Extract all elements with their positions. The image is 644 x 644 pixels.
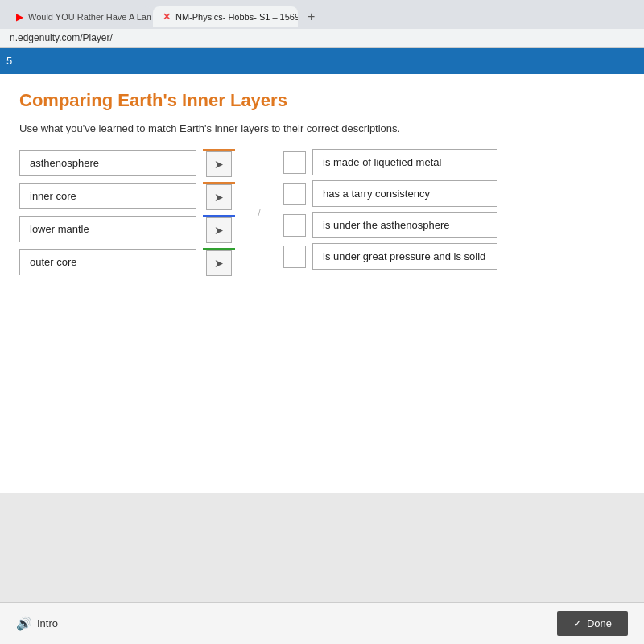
tab-youtube-label: Would YOU Rather Have A Lamb [28,12,151,22]
desc-liquefied-metal: is made of liquefied metal [312,149,497,175]
right-item-3: is under the asthenosphere [283,212,509,238]
blue-header-bar: 5 [0,48,644,74]
left-item-asthenosphere: asthenosphere ➤ [19,149,235,177]
answer-box-3[interactable] [283,214,306,237]
edgenuity-tab-icon: ✕ [163,11,171,23]
browser-chrome: ▶ Would YOU Rather Have A Lamb × ✕ NM-Ph… [0,0,644,48]
tab-bar: ▶ Would YOU Rather Have A Lamb × ✕ NM-Ph… [0,0,644,29]
checkmark-icon: ✓ [573,617,582,630]
address-bar[interactable]: n.edgenuity.com/Player/ [0,29,644,47]
answer-box-1[interactable] [283,151,306,174]
arrow-btn-outer-core[interactable]: ➤ [206,250,232,276]
instructions-text: Use what you've learned to match Earth's… [19,122,625,134]
new-tab-button[interactable]: + [299,5,323,29]
progress-number: 5 [0,55,12,67]
right-item-2: has a tarry consistency [283,180,509,207]
right-item-1: is made of liquefied metal [283,149,509,175]
left-item-inner-core: inner core ➤ [19,182,235,210]
answer-box-2[interactable] [283,183,306,205]
matching-exercise: asthenosphere ➤ inner core ➤ [19,149,625,276]
label-inner-core: inner core [19,183,196,209]
label-outer-core: outer core [19,249,196,275]
left-item-lower-mantle: lower mantle ➤ [19,215,235,243]
right-column: is made of liquefied metal has a tarry c… [283,149,509,270]
page-title: Comparing Earth's Inner Layers [19,90,625,111]
left-item-outer-core: outer core ➤ [19,248,235,276]
intro-label: Intro [37,617,58,630]
bottom-bar: 🔊 Intro ✓ Done [0,602,644,644]
youtube-icon: ▶ [16,11,23,23]
done-label: Done [587,617,612,630]
left-column: asthenosphere ➤ inner core ➤ [19,149,235,276]
desc-under-asthenosphere: is under the asthenosphere [312,212,497,238]
label-asthenosphere: asthenosphere [19,150,196,176]
label-lower-mantle: lower mantle [19,216,196,242]
tab-edgenuity[interactable]: ✕ NM-Physics- Hobbs- S1 – 15695 × [153,6,298,27]
address-text: n.edgenuity.com/Player/ [10,32,113,43]
speaker-icon: 🔊 [16,616,32,631]
tab-edgenuity-label: NM-Physics- Hobbs- S1 – 15695 [175,12,298,22]
desc-tarry-consistency: has a tarry consistency [312,180,497,207]
arrow-btn-asthenosphere[interactable]: ➤ [206,151,232,177]
right-item-4: is under great pressure and is solid [283,243,509,270]
arrow-btn-lower-mantle[interactable]: ➤ [206,217,232,243]
done-button[interactable]: ✓ Done [557,611,628,636]
intro-button[interactable]: 🔊 Intro [16,616,58,631]
connector-slash: / [258,208,260,217]
main-content: Comparing Earth's Inner Layers Use what … [0,74,644,493]
tab-youtube[interactable]: ▶ Would YOU Rather Have A Lamb × [6,6,151,27]
answer-box-4[interactable] [283,246,306,268]
desc-great-pressure: is under great pressure and is solid [312,243,497,270]
arrow-btn-inner-core[interactable]: ➤ [206,184,232,210]
